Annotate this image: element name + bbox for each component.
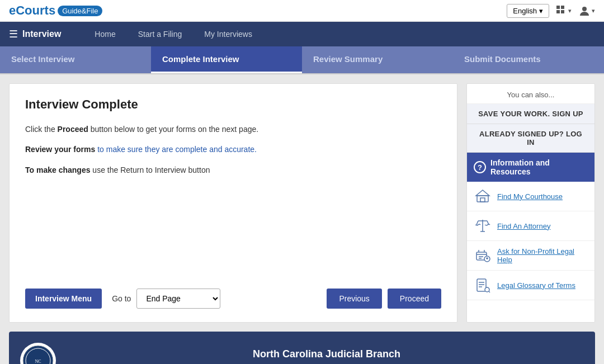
logo-badge: Guide&File xyxy=(58,6,102,16)
instruction-line-2: Review your forms to make sure they are … xyxy=(25,143,441,155)
sidebar-also-text: You can also... xyxy=(467,84,594,104)
footer-title: North Carolina Judicial Branch xyxy=(69,348,584,360)
svg-line-27 xyxy=(489,291,490,292)
top-right-controls: English ▾ ▾ ▾ xyxy=(507,4,595,18)
svg-rect-2 xyxy=(556,10,560,13)
logo-brand: eCourts xyxy=(9,3,55,18)
courthouse-icon xyxy=(474,187,492,205)
svg-rect-7 xyxy=(480,198,485,202)
nav-start-filing[interactable]: Start a Filing xyxy=(127,22,194,46)
hamburger-menu-button[interactable]: ☰ xyxy=(9,28,18,40)
svg-rect-0 xyxy=(556,6,560,9)
svg-marker-6 xyxy=(476,190,489,196)
grid-icon-button[interactable]: ▾ xyxy=(556,5,572,16)
svg-text:NC: NC xyxy=(35,359,41,364)
svg-line-10 xyxy=(476,221,478,225)
sidebar: You can also... SAVE YOUR WORK. SIGN UP … xyxy=(466,83,595,323)
already-signed-in-button[interactable]: ALREADY SIGNED UP? LOG IN xyxy=(467,124,594,153)
proceed-button[interactable]: Proceed xyxy=(388,289,441,309)
goto-label: Go to xyxy=(112,294,131,303)
interview-menu-button[interactable]: Interview Menu xyxy=(25,289,102,309)
save-work-button[interactable]: SAVE YOUR WORK. SIGN UP xyxy=(467,104,594,124)
nc-seal: NC xyxy=(20,343,56,364)
nav-bar: ☰ Interview Home Start a Filing My Inter… xyxy=(0,22,604,46)
info-resources-label: Information and Resources xyxy=(490,158,588,176)
scales-icon xyxy=(474,217,492,235)
nav-home[interactable]: Home xyxy=(83,22,126,46)
footer-panel: NC North Carolina Judicial Branch Guide … xyxy=(9,332,595,364)
help-icon xyxy=(474,247,492,264)
sidebar-link-nonprofit[interactable]: Ask for Non-Profit Legal Help xyxy=(467,241,594,271)
nav-my-interviews[interactable]: My Interviews xyxy=(193,22,263,46)
nav-links: Home Start a Filing My Interviews xyxy=(83,22,263,46)
attorney-link-text: Find An Attorney xyxy=(497,222,550,230)
top-bar: eCourts Guide&File English ▾ ▾ ▾ xyxy=(0,0,604,22)
tab-submit-documents[interactable]: Submit Documents xyxy=(453,46,604,73)
step-tabs: Select Interview Complete Interview Revi… xyxy=(0,46,604,74)
glossary-icon xyxy=(474,276,492,294)
svg-point-4 xyxy=(582,7,587,11)
tab-complete-interview[interactable]: Complete Interview xyxy=(151,46,302,73)
previous-button[interactable]: Previous xyxy=(327,289,381,309)
logo: eCourts Guide&File xyxy=(9,3,102,18)
svg-rect-3 xyxy=(561,10,564,13)
page-title: Interview Complete xyxy=(25,97,441,112)
nonprofit-link-text: Ask for Non-Profit Legal Help xyxy=(497,247,588,264)
user-menu-button[interactable]: ▾ xyxy=(578,4,595,17)
sidebar-link-courthouse[interactable]: Find My Courthouse xyxy=(467,182,594,211)
svg-point-26 xyxy=(485,287,489,292)
action-bar: Interview Menu Go to End Page Beginning … xyxy=(25,277,441,309)
glossary-link-text: Legal Glossary of Terms xyxy=(497,281,575,290)
info-resources-header: ? Information and Resources xyxy=(467,153,594,182)
footer-content: North Carolina Judicial Branch Guide & F… xyxy=(69,348,584,364)
sidebar-link-glossary[interactable]: Legal Glossary of Terms xyxy=(467,271,594,300)
tab-review-summary[interactable]: Review Summary xyxy=(302,46,453,73)
content-panel: Interview Complete Click the Proceed but… xyxy=(9,83,457,323)
courthouse-link-text: Find My Courthouse xyxy=(497,192,563,201)
goto-select[interactable]: End Page Beginning Page 1 Page 2 xyxy=(136,289,220,309)
instruction-line-3: To make changes use the Return to Interv… xyxy=(25,164,441,176)
svg-rect-1 xyxy=(561,6,564,9)
svg-rect-5 xyxy=(477,196,488,202)
question-icon: ? xyxy=(474,161,486,173)
nav-title: Interview xyxy=(22,29,61,39)
main-area: Interview Complete Click the Proceed but… xyxy=(0,74,604,332)
instruction-line-1: Click the Proceed button below to get yo… xyxy=(25,123,441,135)
language-selector[interactable]: English ▾ xyxy=(507,4,549,18)
tab-select-interview[interactable]: Select Interview xyxy=(0,46,151,73)
sidebar-link-attorney[interactable]: Find An Attorney xyxy=(467,211,594,241)
